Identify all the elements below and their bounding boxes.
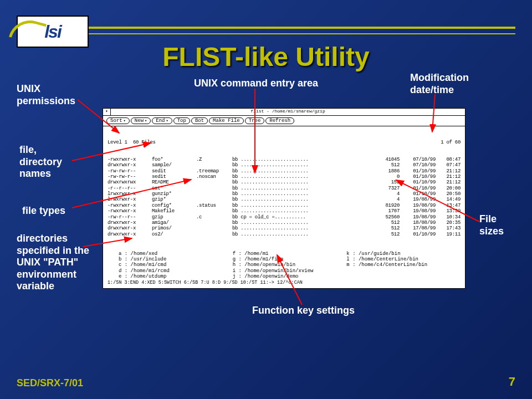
file-row[interactable]: drwxrwxr-xos2/bb .......................… xyxy=(108,232,461,237)
path-entry: e : /home/utdump xyxy=(119,274,233,279)
label-filesize: File sizes xyxy=(479,213,518,237)
label-fkeys: Function key settings xyxy=(252,305,355,317)
file-row[interactable]: lrwxrwxr-xgzip*bb ......................… xyxy=(108,197,461,202)
path-list: a : /home/xedb : /usr/includec : /home/m… xyxy=(103,249,465,280)
footer-left: SED/SRX-7/01 xyxy=(17,377,83,389)
file-row[interactable]: -rw-rw-r--sedit.noscanbb ...............… xyxy=(108,174,461,180)
label-names: file, directory names xyxy=(19,144,75,180)
path-entry: i : /home/openwin/bin/xview xyxy=(233,268,347,274)
path-entry: g : /home/m1/file xyxy=(233,257,347,262)
path-entry: j : /home/openwin/demo xyxy=(233,274,347,279)
toolbar-btn-sort[interactable]: Sort xyxy=(106,117,130,124)
toolbar-btn-new[interactable]: New xyxy=(131,117,151,124)
divider-thin xyxy=(17,33,515,34)
path-entry: h : /home/openwin/bin xyxy=(233,262,347,268)
file-row[interactable]: drwxrwxrwxREADMEbb .....................… xyxy=(108,180,461,185)
path-entry: k : /usr/guide/bin xyxy=(346,251,461,257)
divider-thick xyxy=(17,27,515,29)
file-row[interactable]: -rw-r--r--gzip.cbb cp = old_c =.........… xyxy=(108,214,461,220)
toolbar-btn-bot[interactable]: Bot xyxy=(191,117,208,124)
header-left: Level 1 60 Files xyxy=(108,140,441,145)
file-row[interactable]: -rwxrwxr-xfoo*.Zbb .....................… xyxy=(108,157,461,162)
path-entry: c : /home/m1/cmd xyxy=(119,262,233,268)
toolbar-btn-refresh[interactable]: Refresh xyxy=(265,117,294,124)
toolbar-btn-make-file[interactable]: Make File xyxy=(209,117,244,124)
window-menu-icon[interactable]: ▾ xyxy=(103,109,111,115)
label-command-area: UNIX command entry area xyxy=(194,78,318,90)
path-entry: m : /home/c4/CenterLine/bin xyxy=(346,262,461,268)
file-row[interactable]: drwxrwxr-xprimos/bb ....................… xyxy=(108,226,461,231)
header-right: 1 of 60 xyxy=(441,140,461,145)
file-row[interactable]: -rw-rw-r--sedit.treemapbb ..............… xyxy=(108,168,461,174)
file-row[interactable]: -rwxrwxr-xMakefilebb ...................… xyxy=(108,208,461,214)
label-path: directories specified in the UNIX "PATH"… xyxy=(17,233,105,293)
toolbar-btn-end[interactable]: End xyxy=(152,117,172,124)
window-title: flist - /home/m1/sharew/gzip xyxy=(111,109,465,115)
toolbar-btn-tree[interactable]: Tree xyxy=(245,117,265,124)
footer-right: 7 xyxy=(509,375,515,389)
path-entry: d : /home/m1/rcmd xyxy=(119,268,233,274)
file-row[interactable]: -r--r--r--cat*bb .......................… xyxy=(108,186,461,191)
window-titlebar: ▾ flist - /home/m1/sharew/gzip xyxy=(103,109,465,116)
file-row[interactable]: drwxrwxr-xamiga/bb .....................… xyxy=(108,220,461,226)
toolbar: SortNewEndTopBotMake FileTreeRefresh xyxy=(103,116,465,126)
path-entry: l : /home/CenterLine/bin xyxy=(346,257,461,262)
path-entry: f : /home/m1 xyxy=(233,251,347,257)
logo-text: lsi xyxy=(44,22,61,42)
path-entry: b : /usr/include xyxy=(119,257,233,262)
flist-window: ▾ flist - /home/m1/sharew/gzip SortNewEn… xyxy=(103,108,466,289)
function-keys: 1:/SN 3:END 4:XED 5:SWITCH 6:/SB 7:U 8:D… xyxy=(103,279,465,286)
path-entry: a : /home/xed xyxy=(119,251,233,257)
file-list: Level 1 60 Files 1 of 60 -rwxrwxr-xfoo*.… xyxy=(103,126,465,248)
toolbar-btn-top[interactable]: Top xyxy=(173,117,190,124)
file-row[interactable]: lrwxrwxr-xgunzip*bb ....................… xyxy=(108,191,461,197)
file-row[interactable]: drwxrwxr-xsample/bb ....................… xyxy=(108,162,461,168)
label-types: file types xyxy=(22,205,65,217)
file-row[interactable]: -rwxrwxr-xconfig*.statusbb .............… xyxy=(108,203,461,208)
label-permissions: UNIX permissions xyxy=(17,83,83,107)
label-modtime: Modification date/time xyxy=(410,72,482,96)
